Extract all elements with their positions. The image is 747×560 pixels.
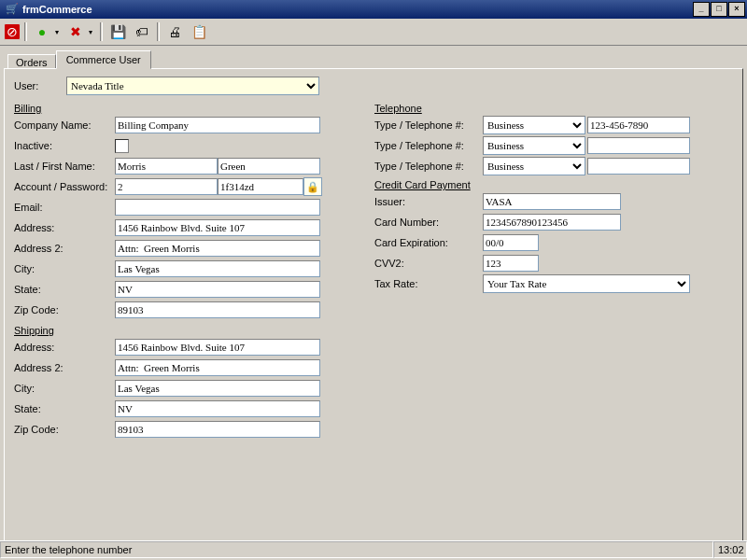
minimize-button[interactable]: _ bbox=[693, 2, 710, 17]
tab-strip: Orders Commerce User bbox=[0, 46, 747, 68]
toolbar: ⊘ ● ▾ ✖ ▾ 💾 🏷 🖨 📋 bbox=[0, 19, 747, 46]
b-zip-input[interactable] bbox=[115, 301, 320, 318]
close-button[interactable]: × bbox=[728, 2, 745, 17]
b-city-input[interactable] bbox=[115, 260, 320, 277]
window-title: frmCommerce bbox=[22, 4, 693, 15]
add-dropdown-icon[interactable]: ▾ bbox=[55, 28, 63, 36]
s-state-input[interactable] bbox=[115, 400, 320, 417]
save-icon[interactable]: 💾 bbox=[106, 21, 129, 43]
billing-heading: Billing bbox=[14, 103, 367, 114]
commerce-user-panel: User: Nevada Title Billing Company Name:… bbox=[4, 68, 743, 548]
b-address2-input[interactable] bbox=[115, 240, 320, 257]
inactive-label: Inactive: bbox=[14, 140, 115, 151]
user-label: User: bbox=[14, 80, 66, 91]
separator bbox=[157, 22, 160, 41]
b-state-input[interactable] bbox=[115, 281, 320, 298]
telephone-heading: Telephone bbox=[374, 103, 733, 114]
tel1-label: Type / Telephone #: bbox=[374, 119, 483, 131]
titlebar: 🛒 frmCommerce _ □ × bbox=[0, 0, 747, 19]
first-name-input[interactable] bbox=[218, 158, 320, 175]
email-label: Email: bbox=[14, 202, 115, 213]
status-bar: Enter the telephone number 13:02 bbox=[0, 540, 747, 560]
inactive-checkbox[interactable] bbox=[115, 139, 129, 153]
tel1-type-select[interactable]: Business bbox=[483, 116, 585, 134]
b-city-label: City: bbox=[14, 263, 115, 274]
taxrate-select[interactable]: Your Tax Rate bbox=[483, 274, 690, 293]
tel2-label: Type / Telephone #: bbox=[374, 140, 483, 151]
print-icon[interactable]: 🖨 bbox=[163, 21, 186, 43]
separator bbox=[24, 22, 27, 41]
s-state-label: State: bbox=[14, 403, 115, 414]
password-input[interactable] bbox=[218, 178, 303, 195]
tab-commerce-user[interactable]: Commerce User bbox=[56, 50, 151, 69]
tag-icon[interactable]: 🏷 bbox=[131, 21, 153, 43]
shipping-heading: Shipping bbox=[14, 325, 367, 336]
maximize-button[interactable]: □ bbox=[711, 2, 727, 17]
delete-dropdown-icon[interactable]: ▾ bbox=[89, 28, 96, 36]
company-input[interactable] bbox=[115, 117, 320, 133]
s-zip-label: Zip Code: bbox=[14, 424, 115, 435]
b-address-input[interactable] bbox=[115, 219, 320, 236]
cvv2-label: CVV2: bbox=[374, 258, 483, 269]
s-address2-input[interactable] bbox=[115, 359, 320, 376]
cvv2-input[interactable] bbox=[483, 255, 539, 272]
s-city-input[interactable] bbox=[115, 380, 320, 397]
last-first-label: Last / First Name: bbox=[14, 161, 115, 172]
tel2-input[interactable] bbox=[587, 137, 690, 154]
separator bbox=[100, 22, 103, 41]
issuer-label: Issuer: bbox=[374, 196, 483, 207]
tel2-type-select[interactable]: Business bbox=[483, 136, 585, 155]
cardnum-input[interactable] bbox=[483, 214, 621, 231]
delete-icon[interactable]: ✖ bbox=[64, 21, 87, 43]
status-message: Enter the telephone number bbox=[0, 541, 713, 558]
b-address-label: Address: bbox=[14, 222, 115, 233]
status-time: 13:02 bbox=[713, 541, 747, 558]
tel3-label: Type / Telephone #: bbox=[374, 161, 483, 172]
cardnum-label: Card Number: bbox=[374, 217, 483, 228]
s-address2-label: Address 2: bbox=[14, 362, 115, 373]
email-input[interactable] bbox=[115, 199, 320, 216]
s-city-label: City: bbox=[14, 383, 115, 394]
cardexp-label: Card Expiration: bbox=[374, 237, 483, 248]
cardexp-input[interactable] bbox=[483, 234, 539, 251]
b-state-label: State: bbox=[14, 284, 115, 295]
lock-icon[interactable]: 🔒 bbox=[303, 177, 322, 196]
tel3-type-select[interactable]: Business bbox=[483, 157, 585, 175]
acct-pw-label: Account / Password: bbox=[14, 181, 115, 192]
company-label: Company Name: bbox=[14, 119, 115, 131]
tel1-input[interactable] bbox=[587, 117, 690, 133]
s-zip-input[interactable] bbox=[115, 421, 320, 438]
last-name-input[interactable] bbox=[115, 158, 218, 175]
user-select[interactable]: Nevada Title bbox=[66, 77, 319, 95]
account-input[interactable] bbox=[115, 178, 218, 195]
stop-icon[interactable]: ⊘ bbox=[4, 23, 21, 40]
b-address2-label: Address 2: bbox=[14, 243, 115, 254]
tel3-input[interactable] bbox=[587, 158, 690, 175]
copy-icon[interactable]: 📋 bbox=[188, 21, 210, 43]
s-address-input[interactable] bbox=[115, 339, 320, 356]
app-icon: 🛒 bbox=[6, 3, 19, 16]
add-icon[interactable]: ● bbox=[31, 21, 53, 43]
s-address-label: Address: bbox=[14, 342, 115, 353]
issuer-input[interactable] bbox=[483, 193, 621, 210]
taxrate-label: Tax Rate: bbox=[374, 278, 483, 289]
b-zip-label: Zip Code: bbox=[14, 304, 115, 315]
cc-heading: Credit Card Payment bbox=[374, 179, 733, 190]
